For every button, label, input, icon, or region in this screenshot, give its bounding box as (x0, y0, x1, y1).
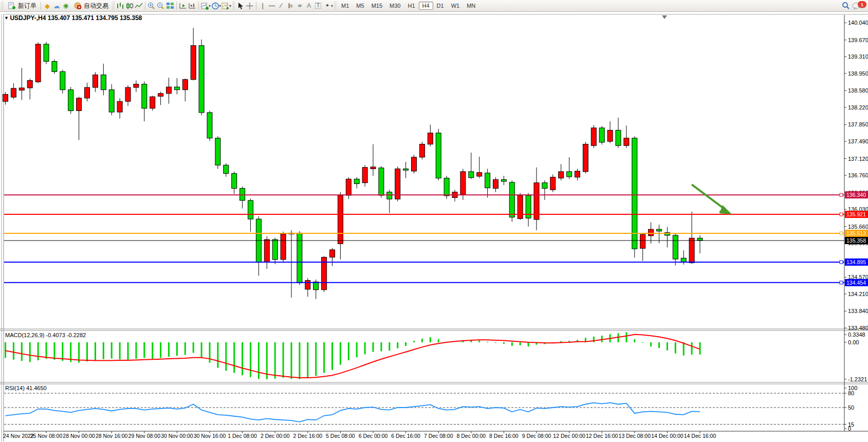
tf-w1-button[interactable]: W1 (448, 2, 464, 10)
price-line-label: 135.358 (845, 237, 868, 244)
new-order-button[interactable]: 新订单 (5, 1, 39, 11)
svg-text:134.895: 134.895 (846, 259, 866, 265)
search-icon[interactable] (841, 2, 851, 10)
macd-signal-line (6, 335, 700, 378)
tf-h1-button[interactable]: H1 (404, 2, 418, 10)
svg-text:140.040: 140.040 (848, 20, 868, 26)
macd-axis: 0.33480.00-1.2321 (844, 332, 867, 382)
chart-shift-icon[interactable] (188, 2, 197, 10)
svg-text:138.580: 138.580 (848, 87, 868, 94)
svg-text:7 Dec 08:00: 7 Dec 08:00 (424, 433, 453, 439)
crosshair-icon[interactable] (245, 2, 254, 10)
svg-text:8 Dec 00:00: 8 Dec 00:00 (456, 433, 486, 439)
svg-text:14 Dec 16:00: 14 Dec 16:00 (684, 433, 716, 439)
new-order-icon (7, 2, 16, 10)
svg-text:133.840: 133.840 (848, 308, 868, 314)
svg-text:30 Nov 00:00: 30 Nov 00:00 (161, 433, 193, 439)
svg-text:5 Dec 08:00: 5 Dec 08:00 (326, 433, 355, 439)
svg-text:-1.2321: -1.2321 (848, 376, 867, 382)
svg-text:9 Dec 08:00: 9 Dec 08:00 (522, 433, 551, 439)
vertical-line-icon[interactable]: | (258, 2, 267, 10)
new-order-label: 新订单 (18, 2, 36, 10)
tf-d1-button[interactable]: D1 (433, 2, 448, 10)
price-line-label: 136.340 (845, 191, 868, 198)
toolbar-grip[interactable] (1, 2, 4, 10)
svg-text:136.340: 136.340 (846, 192, 866, 198)
svg-text:12 Dec 16:00: 12 Dec 16:00 (586, 433, 618, 439)
svg-text:2 Dec 16:00: 2 Dec 16:00 (293, 433, 322, 439)
tf-m1-button[interactable]: M1 (338, 2, 353, 10)
signals-icon[interactable]: ◉ (61, 2, 70, 10)
svg-text:14 Dec 00:00: 14 Dec 00:00 (651, 433, 684, 439)
tf-m5-button[interactable]: M5 (353, 2, 367, 10)
text-icon[interactable]: A (304, 2, 313, 10)
tf-m15-button[interactable]: M15 (368, 2, 386, 10)
svg-text:137.120: 137.120 (848, 156, 868, 162)
channel-icon[interactable]: ∥E (286, 2, 295, 10)
svg-text:8 Dec 16:00: 8 Dec 16:00 (489, 433, 519, 439)
templates-dropdown-arrow[interactable]: ▾ (229, 4, 231, 8)
svg-text:13 Dec 08:00: 13 Dec 08:00 (619, 433, 651, 439)
svg-text:0.3348: 0.3348 (848, 332, 865, 338)
chart-canvas[interactable]: 140.040139.670139.310138.950138.580138.2… (0, 12, 868, 442)
time-axis: 24 Nov 202225 Nov 08:0028 Nov 00:0028 No… (3, 431, 716, 439)
svg-text:28 Nov 16:00: 28 Nov 16:00 (96, 433, 128, 439)
text-label-icon[interactable]: T (313, 2, 323, 10)
line-chart-icon[interactable] (134, 2, 143, 10)
shapes-dropdown-arrow[interactable]: ▾ (331, 4, 333, 8)
price-line-label: 134.454 (845, 279, 868, 286)
svg-text:28 Nov 00:00: 28 Nov 00:00 (63, 433, 95, 439)
svg-text:12 Dec 00:00: 12 Dec 00:00 (553, 433, 585, 439)
svg-text:6 Dec 16:00: 6 Dec 16:00 (391, 433, 420, 439)
svg-text:2 Dec 00:00: 2 Dec 00:00 (261, 433, 290, 439)
zoom-in-icon[interactable] (147, 2, 156, 10)
annotation-arrow[interactable] (692, 185, 732, 214)
tf-mn-button[interactable]: MN (463, 2, 479, 10)
auto-scroll-icon[interactable] (178, 2, 188, 10)
price-line-label: 134.895 (845, 259, 868, 266)
svg-text:0: 0 (848, 426, 851, 432)
candlestick-chart-icon[interactable] (125, 2, 134, 10)
community-icon[interactable]: ☁ (52, 2, 61, 10)
tf-m30-button[interactable]: M30 (386, 2, 404, 10)
horizontal-line-icon[interactable]: — (267, 2, 276, 10)
svg-text:0.00: 0.00 (848, 339, 859, 345)
svg-text:80: 80 (848, 390, 854, 396)
tile-windows-icon[interactable] (165, 2, 175, 10)
svg-text:50: 50 (848, 404, 854, 411)
auto-trading-icon (73, 2, 82, 10)
rsi-axis: 1008050150 (844, 385, 857, 432)
price-line-label: 135.513 (845, 230, 868, 237)
svg-text:138.220: 138.220 (848, 104, 868, 110)
svg-text:134.454: 134.454 (846, 280, 866, 286)
svg-text:29 Nov 08:00: 29 Nov 08:00 (128, 433, 161, 439)
svg-text:137.850: 137.850 (848, 121, 868, 127)
macd-histogram (6, 332, 700, 379)
horizontal-lines[interactable] (4, 193, 844, 284)
bar-chart-icon[interactable] (116, 2, 125, 10)
notification-badge[interactable]: 1 (858, 1, 866, 8)
svg-text:136.760: 136.760 (848, 172, 868, 178)
svg-text:135.660: 135.660 (848, 224, 868, 230)
svg-text:30 Nov 16:00: 30 Nov 16:00 (194, 433, 226, 439)
svg-text:135.358: 135.358 (846, 237, 866, 244)
auto-trading-label: 自动交易 (84, 2, 108, 10)
auto-trading-button[interactable]: 自动交易 (70, 1, 111, 11)
chart-window[interactable]: 140.040139.670139.310138.950138.580138.2… (0, 12, 868, 442)
chart-shift-marker[interactable] (662, 15, 667, 19)
cursor-icon[interactable] (236, 2, 245, 10)
svg-text:1 Dec 08:00: 1 Dec 08:00 (228, 433, 257, 439)
zoom-out-icon[interactable] (156, 2, 165, 10)
price-line-label: 135.921 (845, 211, 868, 218)
svg-text:135.921: 135.921 (846, 211, 866, 217)
svg-text:135.513: 135.513 (846, 230, 866, 236)
fibonacci-icon[interactable]: ≡F (295, 2, 304, 10)
svg-text:134.210: 134.210 (848, 291, 868, 297)
main-toolbar: 新订单 ◆ ☁ ◉ 自动交易 ▾ ▾ ▾ (0, 0, 868, 12)
svg-text:133.480: 133.480 (848, 325, 868, 331)
trendline-icon[interactable]: ∕ (276, 2, 286, 10)
tf-h4-button[interactable]: H4 (419, 2, 433, 10)
svg-text:6 Dec 00:00: 6 Dec 00:00 (359, 433, 388, 439)
profile-icon[interactable]: ◆ (43, 2, 52, 10)
pane-borders (0, 14, 868, 441)
